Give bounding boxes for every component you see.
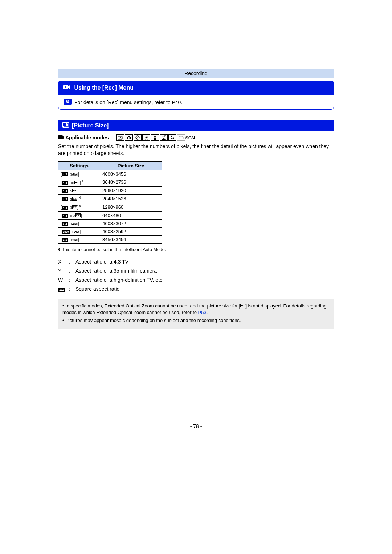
settings-cell: [3:2 14M] xyxy=(58,219,100,227)
link-p53[interactable]: P53 xyxy=(198,310,207,315)
table-row: [4:3 0.3EZ]640×480 xyxy=(58,211,162,219)
settings-cell: [16:9 12M] xyxy=(58,227,100,235)
table-header-settings: Settings xyxy=(58,161,100,170)
aspect-symbol: Y xyxy=(58,266,69,276)
page-number: - 78 - xyxy=(58,423,334,429)
table-row: [4:3 16M]4608×3456 xyxy=(58,170,162,178)
svg-line-13 xyxy=(136,136,139,139)
description-row: M For details on [Rec] menu settings, re… xyxy=(58,95,334,110)
category-text: Recording xyxy=(184,70,208,76)
svg-point-15 xyxy=(154,136,156,137)
table-row: [4:3 5EZ]2560×1920 xyxy=(58,187,162,195)
aspect-row: W:Aspect ratio of a high-definition TV, … xyxy=(58,276,334,285)
star-footnote: ¢ This item cannot be set in the Intelli… xyxy=(58,247,334,252)
notes-box: • In specific modes, Extended Optical Zo… xyxy=(58,299,334,329)
applicable-modes-row: Applicable modes: iA★SCN xyxy=(58,134,334,141)
aspect-symbol: W xyxy=(58,276,69,285)
aspect-desc: Aspect ratio of a 35 mm film camera xyxy=(75,266,157,276)
description-text: For details on [Rec] menu settings, refe… xyxy=(74,99,182,105)
rec-menu-title-text: Using the [Rec] Menu xyxy=(74,85,134,91)
ez-icon: EZ xyxy=(240,304,245,307)
picture-size-icon xyxy=(62,122,69,129)
scenery-mode-icon xyxy=(160,134,168,141)
scn-mode-icon: SCN xyxy=(186,134,194,141)
table-row: [4:3 3EZ]¢2048×1536 xyxy=(58,195,162,203)
camera-mode-icon xyxy=(125,134,133,141)
table-row: [1:1 12M]3456×3456 xyxy=(58,235,162,243)
picture-size-cell: 2560×1920 xyxy=(100,187,162,195)
picture-size-cell: 3648×2736 xyxy=(100,178,162,186)
settings-cell: [4:3 1EZ]¢ xyxy=(58,203,100,211)
svg-point-14 xyxy=(147,136,148,137)
svg-text:M: M xyxy=(66,100,69,104)
settings-cell: [4:3 5EZ] xyxy=(58,187,100,195)
picture-size-cell: 640×480 xyxy=(100,211,162,219)
rec-menu-icon xyxy=(63,84,70,91)
colon: : xyxy=(69,266,75,276)
night-mode-icon: ★ xyxy=(168,134,176,141)
svg-text:★: ★ xyxy=(171,135,172,137)
note-2-text: Pictures may appear mosaic depending on … xyxy=(65,318,241,323)
table-row: [3:2 14M]4608×3072 xyxy=(58,219,162,227)
picture-size-cell: 2048×1536 xyxy=(100,195,162,203)
portrait-mode-icon xyxy=(151,134,159,141)
category-header: Recording xyxy=(58,69,334,78)
settings-cell: [1:1 12M] xyxy=(58,235,100,243)
aspect-row: 1:1:Square aspect ratio xyxy=(58,285,334,294)
picture-size-cell: 4608×3456 xyxy=(100,170,162,178)
creative-mode-icon xyxy=(134,134,142,141)
picture-size-cell: 4608×2592 xyxy=(100,227,162,235)
aspect-ratio-list: X:Aspect ratio of a 4:3 TVY:Aspect ratio… xyxy=(58,257,334,294)
menu-set-icon: M xyxy=(64,99,72,106)
panorama-mode-icon xyxy=(177,134,185,141)
aspect-symbol: 1:1 xyxy=(58,285,69,294)
applicable-modes-text: Applicable modes: xyxy=(65,135,110,140)
aspect-row: X:Aspect ratio of a 4:3 TV xyxy=(58,257,334,266)
body-text: Set the number of pixels. The higher the… xyxy=(58,143,334,157)
note-1: • In specific modes, Extended Optical Zo… xyxy=(62,303,330,316)
note-1c: . xyxy=(207,310,208,315)
colon: : xyxy=(69,276,75,285)
note-1a: In specific modes, Extended Optical Zoom… xyxy=(65,303,240,309)
aspect-desc: Aspect ratio of a 4:3 TV xyxy=(75,257,128,266)
applicable-modes-icon xyxy=(58,135,64,141)
rec-menu-title-bar: Using the [Rec] Menu xyxy=(58,81,334,95)
settings-cell: [4:3 16M] xyxy=(58,170,100,178)
settings-cell: [4:3 0.3EZ] xyxy=(58,211,100,219)
colon: : xyxy=(69,285,75,294)
table-row: [16:9 12M]4608×2592 xyxy=(58,227,162,235)
svg-point-1 xyxy=(65,86,66,88)
table-header-picture-size: Picture Size xyxy=(100,161,162,170)
aspect-symbol: X xyxy=(58,257,69,266)
settings-cell: [4:3 10EZ]¢ xyxy=(58,178,100,186)
table-row: [4:3 10EZ]¢3648×2736 xyxy=(58,178,162,186)
svg-point-16 xyxy=(163,136,164,137)
colon: : xyxy=(69,257,75,266)
applicable-modes-label: Applicable modes: xyxy=(58,135,110,141)
svg-text:iA: iA xyxy=(119,137,122,139)
sports-mode-icon xyxy=(142,134,150,141)
table-row: [4:3 1EZ]¢1280×960 xyxy=(58,203,162,211)
svg-point-11 xyxy=(128,137,130,139)
aspect-desc: Square aspect ratio xyxy=(75,285,119,294)
svg-rect-10 xyxy=(128,136,130,137)
picture-size-table: Settings Picture Size [4:3 16M]4608×3456… xyxy=(58,161,162,244)
svg-rect-5 xyxy=(63,123,66,126)
aspect-row: Y:Aspect ratio of a 35 mm film camera xyxy=(58,266,334,276)
aspect-desc: Aspect ratio of a high-definition TV, et… xyxy=(75,276,164,285)
picture-size-cell: 3456×3456 xyxy=(100,235,162,243)
section-title-bar: [Picture Size] xyxy=(58,120,334,131)
ia-mode-icon: iA xyxy=(116,134,124,141)
picture-size-cell: 4608×3072 xyxy=(100,219,162,227)
section-title-text: [Picture Size] xyxy=(72,122,109,129)
settings-cell: [4:3 3EZ]¢ xyxy=(58,195,100,203)
note-2: • Pictures may appear mosaic depending o… xyxy=(62,317,330,324)
svg-rect-6 xyxy=(58,135,63,139)
mode-icons-group: iA★SCN xyxy=(116,134,194,141)
picture-size-cell: 1280×960 xyxy=(100,203,162,211)
